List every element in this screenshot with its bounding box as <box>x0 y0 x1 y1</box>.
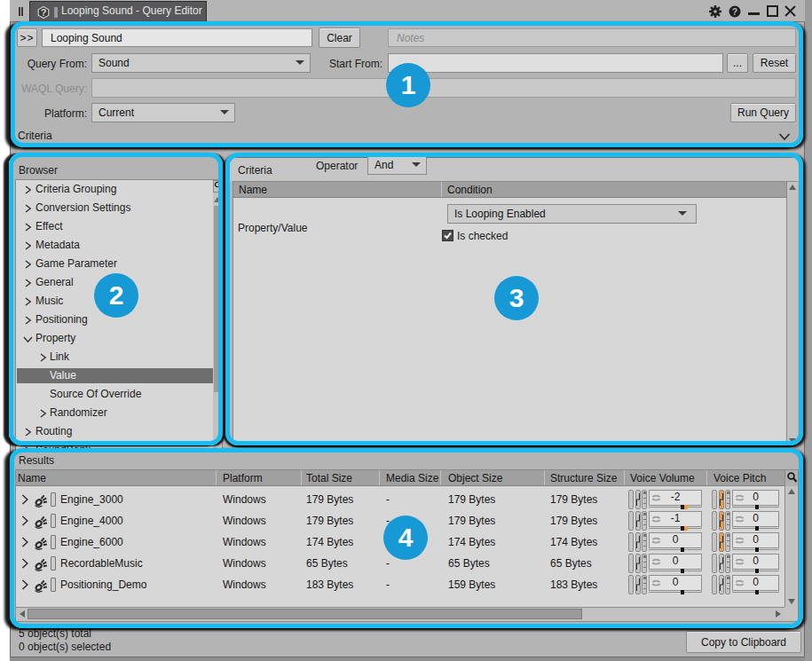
svg-text:?: ? <box>41 7 47 18</box>
svg-text:?: ? <box>732 6 737 17</box>
